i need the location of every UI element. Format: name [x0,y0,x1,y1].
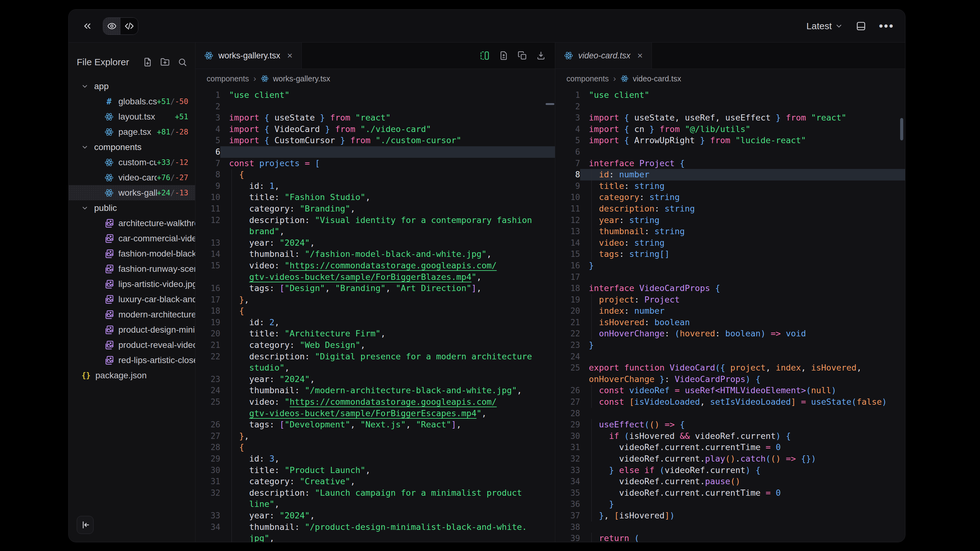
tree-item-label: modern-architecture-… [118,310,195,319]
tree-file-fashion-runway-scen-[interactable]: fashion-runway-scen… [68,261,195,276]
file-diff-button[interactable] [499,51,508,60]
code-area-works-gallery[interactable]: 1"use client"23import { useState } from … [196,88,555,542]
collapse-panel-button[interactable] [77,516,94,534]
image-icon [104,233,114,243]
breadcrumb: components › works-gallery.tsx [196,69,555,88]
toggle-panel-button[interactable] [854,19,869,33]
tree-file-modern-architecture-[interactable]: modern-architecture-… [68,307,195,322]
breadcrumb: components › video-card.tsx [555,69,905,88]
breadcrumb-file[interactable]: works-gallery.tsx [273,74,330,83]
download-button[interactable] [536,51,546,60]
code-line: 15 video: "https://commondatastorage.goo… [196,260,555,272]
collapse-sidebar-button[interactable] [80,19,95,33]
code-line: 31 videoRef.current.currentTime = 0 [555,441,905,453]
code-line: 29 useEffect(() => { [555,419,905,430]
tree-file-lips-artistic-video.jpg[interactable]: lips-artistic-video.jpg [68,276,195,292]
line-number [196,408,220,419]
code-line: 6 [555,146,905,158]
line-number [196,226,220,237]
line-number: 5 [196,135,220,146]
tree-folder-components[interactable]: components [68,140,195,155]
line-number: 14 [196,248,220,260]
line-number [196,499,220,510]
tab-video-card[interactable]: video-card.tsx × [555,43,652,69]
split-diff-button[interactable] [480,51,490,60]
version-selector[interactable]: Latest [806,21,843,31]
image-icon [104,325,114,335]
tree-file-works-galler-[interactable]: works-galler…+24/-13 [68,185,195,200]
chevron-down-icon [80,203,90,213]
tree-item-label: lips-artistic-video.jpg [118,279,195,289]
code-line: 16} [555,260,905,272]
file-explorer-sidebar: File Explorer app#globals.css+51/-50la [68,43,196,542]
version-label: Latest [806,21,832,31]
code-line: 3import { useState } from "react" [196,112,555,124]
line-number: 10 [196,192,220,203]
code-line: 23 year: "2024", [196,374,555,385]
tree-file-product-design-minim-[interactable]: product-design-minim… [68,322,195,337]
react-icon [104,127,114,137]
breadcrumb-folder[interactable]: components [207,74,249,83]
close-tab-icon[interactable]: × [637,50,643,61]
close-tab-icon[interactable]: × [287,50,293,61]
line-number: 29 [196,453,220,465]
top-toolbar: Latest ••• [68,10,905,43]
new-file-button[interactable] [143,57,152,67]
line-number: 18 [196,305,220,317]
code-line: 13 year: "2024", [196,237,555,249]
code-line: 2 [196,101,555,113]
breadcrumb-folder[interactable]: components [566,74,609,83]
code-line: 9 title: string [555,181,905,192]
editor-pane-video-card: video-card.tsx × components › video-card… [555,43,905,542]
tree-file-layout.tsx[interactable]: layout.tsx+51 [68,109,195,124]
tree-folder-app[interactable]: app [68,79,195,94]
line-number: 10 [555,192,580,203]
tab-label: works-gallery.tsx [218,51,280,60]
line-number: 30 [555,430,580,442]
code-area-video-card[interactable]: 1"use client"23import { useState, useRef… [555,88,905,542]
code-line: 33 } else if (videoRef.current) { [555,465,905,476]
code-line: 25export function VideoCard({ project, i… [555,362,905,374]
more-options-button[interactable]: ••• [879,19,894,33]
line-number: 7 [555,158,580,169]
image-icon [104,264,114,274]
search-icon[interactable] [178,57,187,67]
line-number: 19 [196,317,220,328]
tree-file-architecture-walkthro-[interactable]: architecture-walkthro… [68,216,195,231]
image-icon [104,310,114,319]
code-toggle-button[interactable] [121,18,138,35]
tree-item-label: product-reveal-video.j… [118,340,195,350]
tree-file-custom-curs-[interactable]: custom-curs…+33/-12 [68,155,195,170]
breadcrumb-file[interactable]: video-card.tsx [633,74,681,83]
line-number: 33 [196,510,220,521]
tree-file-product-reveal-video.j-[interactable]: product-reveal-video.j… [68,337,195,353]
tab-works-gallery[interactable]: works-gallery.tsx × [196,43,302,69]
code-line: 34 thumbnail: "/product-design-minimalis… [196,521,555,533]
tree-file-page.tsx[interactable]: page.tsx+81/-28 [68,124,195,140]
eye-icon [107,21,116,31]
code-line: brand", [196,226,555,237]
code-line: 26 const videoRef = useRef<HTMLVideoElem… [555,385,905,396]
copy-button[interactable] [518,51,527,60]
preview-toggle-button[interactable] [103,18,121,35]
code-line: 4import { VideoCard } from "./video-card… [196,124,555,135]
tree-item-label: works-galler… [118,188,157,198]
line-number: 11 [196,203,220,214]
tree-file-fashion-model-black-[interactable]: fashion-model-black-… [68,246,195,261]
tree-file-package.json[interactable]: {}package.json [68,368,195,383]
new-folder-button[interactable] [160,57,170,67]
tree-file-video-card.tsx[interactable]: video-card.tsx+76/-27 [68,170,195,185]
line-number: 27 [196,430,220,442]
diff-stats: +51 [175,113,195,121]
tree-file-car-commercial-video-[interactable]: car-commercial-video… [68,231,195,246]
tree-file-globals.css[interactable]: #globals.css+51/-50 [68,94,195,109]
line-number [196,533,220,542]
tree-file-red-lips-artistic-close-[interactable]: red-lips-artistic-close… [68,353,195,368]
tree-file-luxury-car-black-and-[interactable]: luxury-car-black-and-… [68,292,195,307]
code-line: 21 category: "Web Design", [196,340,555,351]
code-line: 7interface Project { [555,158,905,169]
editor-pane-works-gallery: works-gallery.tsx × [196,43,555,542]
tree-item-label: layout.tsx [118,112,155,122]
tree-folder-public[interactable]: public [68,200,195,216]
code-line: 39 return ( [555,533,905,542]
